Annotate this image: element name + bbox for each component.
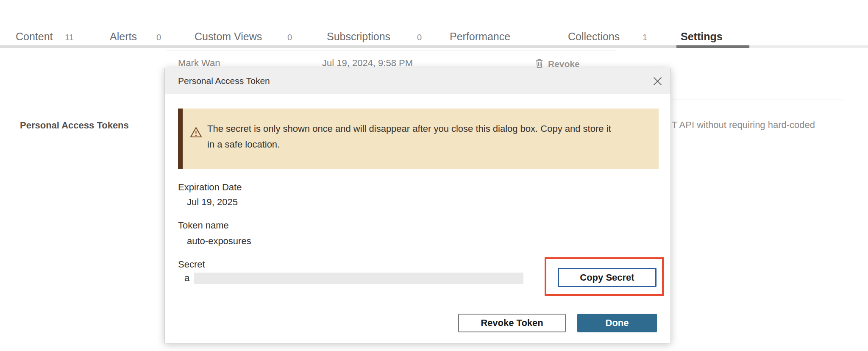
section-description-fragment: ST API without requiring hard-coded — [665, 120, 815, 131]
token-row-timestamp: Jul 19, 2024, 9:58 PM — [322, 58, 413, 69]
tab-alerts[interactable]: Alerts — [110, 31, 137, 43]
expiration-date-value: Jul 19, 2025 — [187, 197, 238, 208]
token-name-label: Token name — [178, 220, 229, 231]
secret-label: Secret — [178, 259, 205, 270]
tab-collections-count: 1 — [643, 33, 647, 42]
dialog-title: Personal Access Token — [178, 68, 270, 94]
tab-content[interactable]: Content — [16, 31, 53, 43]
tab-subscriptions[interactable]: Subscriptions — [327, 31, 390, 43]
tab-settings[interactable]: Settings — [681, 31, 723, 43]
token-name-value: auto-exposures — [187, 236, 251, 247]
tab-content-count: 11 — [65, 33, 74, 42]
personal-access-token-dialog: Personal Access Token The secret is only… — [164, 68, 671, 343]
tab-subscriptions-count: 0 — [417, 33, 422, 42]
copy-secret-button[interactable]: Copy Secret — [558, 268, 657, 287]
tab-alerts-count: 0 — [156, 33, 161, 42]
table-row-divider — [166, 50, 616, 50]
dialog-header: Personal Access Token — [165, 68, 670, 94]
tab-custom-views-count: 0 — [287, 33, 292, 42]
secret-value-prefix: a — [184, 273, 189, 284]
active-tab-indicator — [676, 45, 749, 48]
close-icon[interactable] — [651, 75, 664, 87]
revoke-token-button[interactable]: Revoke Token — [458, 314, 566, 332]
token-row-user: Mark Wan — [178, 58, 220, 69]
warning-banner: The secret is only shown once and will d… — [178, 109, 659, 169]
tab-collections[interactable]: Collections — [568, 31, 620, 43]
screen: Content 11 Alerts 0 Custom Views 0 Subsc… — [0, 0, 868, 351]
section-divider — [661, 100, 844, 100]
secret-masked-bar — [194, 273, 523, 284]
tab-performance[interactable]: Performance — [450, 31, 510, 43]
expiration-date-label: Expiration Date — [178, 182, 242, 193]
done-button[interactable]: Done — [577, 314, 657, 332]
section-heading-personal-access-tokens: Personal Access Tokens — [20, 120, 129, 131]
tab-custom-views[interactable]: Custom Views — [195, 31, 262, 43]
warning-icon — [189, 126, 203, 140]
warning-text: The secret is only shown once and will d… — [207, 121, 614, 152]
tab-bar-underline-light — [750, 45, 868, 48]
